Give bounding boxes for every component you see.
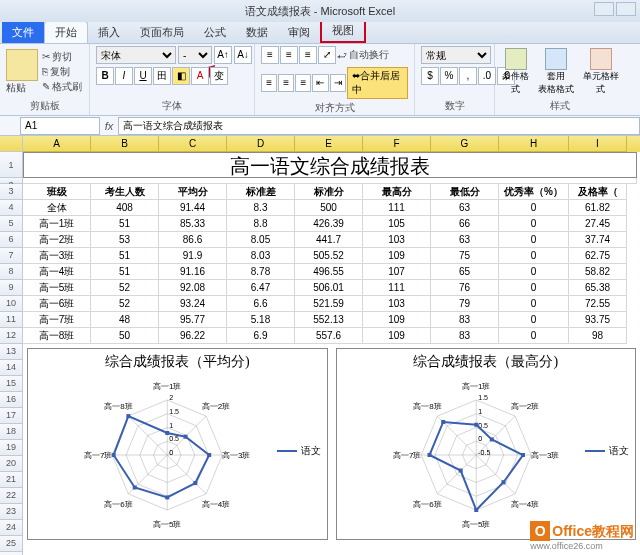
wrap-text-button[interactable]: ⮐自动换行 bbox=[337, 48, 389, 62]
cell[interactable]: 0 bbox=[499, 232, 569, 248]
cell[interactable]: 8.3 bbox=[227, 200, 295, 216]
minimize-button[interactable] bbox=[594, 2, 614, 16]
copy-button[interactable]: ⎘复制 bbox=[42, 65, 82, 79]
col-D[interactable]: D bbox=[227, 136, 295, 152]
row-header[interactable]: 14 bbox=[0, 360, 23, 376]
cell[interactable]: 27.45 bbox=[569, 216, 627, 232]
row-header[interactable]: 5 bbox=[0, 216, 23, 232]
cell[interactable]: 107 bbox=[363, 264, 431, 280]
cell[interactable]: 83 bbox=[431, 328, 499, 344]
cell[interactable]: 0 bbox=[499, 216, 569, 232]
cell[interactable]: 高一6班 bbox=[23, 296, 91, 312]
row-header[interactable]: 23 bbox=[0, 504, 23, 520]
increase-font-button[interactable]: A↑ bbox=[214, 46, 232, 64]
font-size-select[interactable]: - bbox=[178, 46, 212, 64]
row-header[interactable]: 17 bbox=[0, 408, 23, 424]
tab-page-layout[interactable]: 页面布局 bbox=[130, 22, 194, 43]
cell[interactable]: 111 bbox=[363, 200, 431, 216]
tab-home[interactable]: 开始 bbox=[44, 21, 88, 43]
cell[interactable]: 500 bbox=[295, 200, 363, 216]
align-bottom-button[interactable]: ≡ bbox=[299, 46, 317, 64]
row-header[interactable]: 4 bbox=[0, 200, 23, 216]
decrease-font-button[interactable]: A↓ bbox=[234, 46, 252, 64]
maximize-button[interactable] bbox=[616, 2, 636, 16]
cut-button[interactable]: ✂剪切 bbox=[42, 50, 82, 64]
align-right-button[interactable]: ≡ bbox=[295, 74, 311, 92]
cell[interactable]: 高一4班 bbox=[23, 264, 91, 280]
tab-data[interactable]: 数据 bbox=[236, 22, 278, 43]
chart-max[interactable]: 综合成绩报表（最高分) 高一1班高一2班高一3班高一4班高一5班高一6班高一7班… bbox=[336, 348, 637, 540]
align-middle-button[interactable]: ≡ bbox=[280, 46, 298, 64]
cell[interactable]: 6.47 bbox=[227, 280, 295, 296]
cell[interactable]: 62.75 bbox=[569, 248, 627, 264]
col-H[interactable]: H bbox=[499, 136, 569, 152]
col-F[interactable]: F bbox=[363, 136, 431, 152]
tab-review[interactable]: 审阅 bbox=[278, 22, 320, 43]
cell[interactable]: 高一3班 bbox=[23, 248, 91, 264]
cell[interactable]: 6.6 bbox=[227, 296, 295, 312]
row-header[interactable]: 11 bbox=[0, 312, 23, 328]
cell[interactable]: 0 bbox=[499, 248, 569, 264]
border-button[interactable]: 田 bbox=[153, 67, 171, 85]
cell[interactable]: 0 bbox=[499, 264, 569, 280]
header-avg[interactable]: 平均分 bbox=[159, 184, 227, 200]
cell[interactable]: 0 bbox=[499, 296, 569, 312]
header-max[interactable]: 最高分 bbox=[363, 184, 431, 200]
cell[interactable]: 91.44 bbox=[159, 200, 227, 216]
font-name-select[interactable]: 宋体 bbox=[96, 46, 176, 64]
cell[interactable]: 高一1班 bbox=[23, 216, 91, 232]
cell[interactable]: 75 bbox=[431, 248, 499, 264]
tab-insert[interactable]: 插入 bbox=[88, 22, 130, 43]
underline-button[interactable]: U bbox=[134, 67, 152, 85]
cell[interactable]: 63 bbox=[431, 200, 499, 216]
cell[interactable]: 高一7班 bbox=[23, 312, 91, 328]
cell[interactable]: 83 bbox=[431, 312, 499, 328]
header-min[interactable]: 最低分 bbox=[431, 184, 499, 200]
cell[interactable]: 92.08 bbox=[159, 280, 227, 296]
col-G[interactable]: G bbox=[431, 136, 499, 152]
cell[interactable]: 53 bbox=[91, 232, 159, 248]
header-pass[interactable]: 及格率（ bbox=[569, 184, 627, 200]
tab-formulas[interactable]: 公式 bbox=[194, 22, 236, 43]
cell[interactable]: 93.75 bbox=[569, 312, 627, 328]
indent-dec-button[interactable]: ⇤ bbox=[312, 74, 328, 92]
row-header[interactable]: 1 bbox=[0, 152, 23, 178]
cell[interactable]: 6.9 bbox=[227, 328, 295, 344]
row-header[interactable]: 3 bbox=[0, 184, 23, 200]
cell[interactable]: 86.6 bbox=[159, 232, 227, 248]
cell[interactable]: 51 bbox=[91, 264, 159, 280]
row-header[interactable]: 18 bbox=[0, 424, 23, 440]
number-format-select[interactable]: 常规 bbox=[421, 46, 491, 64]
row-header[interactable]: 7 bbox=[0, 248, 23, 264]
cell[interactable]: 65 bbox=[431, 264, 499, 280]
row-header[interactable]: 9 bbox=[0, 280, 23, 296]
cell[interactable]: 95.77 bbox=[159, 312, 227, 328]
cell[interactable]: 93.24 bbox=[159, 296, 227, 312]
cell[interactable]: 5.18 bbox=[227, 312, 295, 328]
indent-inc-button[interactable]: ⇥ bbox=[330, 74, 346, 92]
col-I[interactable]: I bbox=[569, 136, 627, 152]
select-all-corner[interactable] bbox=[0, 136, 23, 152]
cell[interactable]: 51 bbox=[91, 248, 159, 264]
cell[interactable]: 96.22 bbox=[159, 328, 227, 344]
cell[interactable]: 441.7 bbox=[295, 232, 363, 248]
align-top-button[interactable]: ≡ bbox=[261, 46, 279, 64]
row-header[interactable]: 19 bbox=[0, 440, 23, 456]
align-center-button[interactable]: ≡ bbox=[278, 74, 294, 92]
cell[interactable]: 66 bbox=[431, 216, 499, 232]
row-header[interactable]: 22 bbox=[0, 488, 23, 504]
cell[interactable]: 111 bbox=[363, 280, 431, 296]
row-header[interactable]: 12 bbox=[0, 328, 23, 344]
header-std[interactable]: 标准差 bbox=[227, 184, 295, 200]
cell[interactable]: 91.16 bbox=[159, 264, 227, 280]
orientation-button[interactable]: ⤢ bbox=[318, 46, 336, 64]
cell[interactable]: 0 bbox=[499, 280, 569, 296]
currency-button[interactable]: $ bbox=[421, 67, 439, 85]
header-zscore[interactable]: 标准分 bbox=[295, 184, 363, 200]
font-color-button[interactable]: A bbox=[191, 67, 209, 85]
cell[interactable]: 109 bbox=[363, 328, 431, 344]
row-header[interactable]: 8 bbox=[0, 264, 23, 280]
cell[interactable]: 8.05 bbox=[227, 232, 295, 248]
formula-input[interactable] bbox=[118, 117, 640, 135]
comma-button[interactable]: , bbox=[459, 67, 477, 85]
